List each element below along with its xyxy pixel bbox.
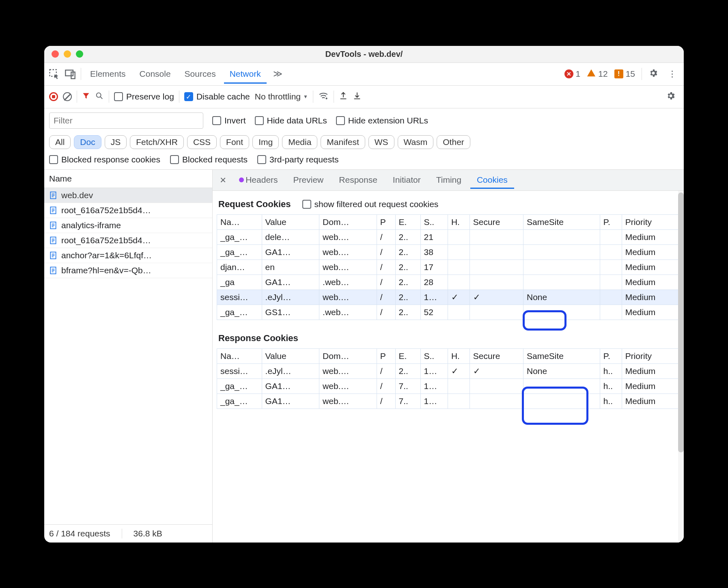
throttling-select[interactable]: No throttling ▼ — [255, 92, 308, 102]
request-item[interactable]: web.dev — [44, 188, 212, 203]
filter-3rd-party-requests[interactable]: 3rd-party requests — [257, 155, 338, 164]
table-cell: web.… — [319, 244, 377, 259]
detail-tab-response[interactable]: Response — [332, 171, 384, 189]
network-conditions-icon[interactable] — [318, 91, 329, 103]
column-header[interactable]: P — [377, 214, 395, 229]
pill-fetch-xhr[interactable]: Fetch/XHR — [130, 135, 184, 149]
table-cell: .web… — [319, 305, 377, 320]
table-row[interactable]: _ga_…GS1….web…/2..52Medium — [217, 305, 682, 320]
column-header[interactable]: SameSite — [523, 348, 600, 363]
detail-tab-cookies[interactable]: Cookies — [470, 171, 514, 189]
request-cookies-table: Na…ValueDom…PE.S..H.SecureSameSiteP.Prio… — [217, 214, 682, 320]
preserve-log-checkbox[interactable]: Preserve log — [114, 92, 174, 102]
filter-toggle-icon[interactable] — [82, 92, 90, 102]
detail-tab-initiator[interactable]: Initiator — [386, 171, 427, 189]
filter-input[interactable] — [49, 112, 203, 129]
table-cell — [600, 290, 622, 305]
column-header[interactable]: S.. — [420, 348, 448, 363]
request-item[interactable]: root_616a752e1b5d4… — [44, 233, 212, 248]
tab-sources[interactable]: Sources — [179, 64, 222, 84]
pill-all[interactable]: All — [49, 135, 71, 149]
table-row[interactable]: djan…enweb.…/2..17Medium — [217, 259, 682, 275]
request-item[interactable]: analytics-iframe — [44, 218, 212, 233]
column-header[interactable]: Value — [262, 348, 319, 363]
settings-icon[interactable] — [645, 68, 661, 80]
table-row[interactable]: _ga_…dele…web.…/2..21Medium — [217, 229, 682, 244]
upload-har-icon[interactable] — [339, 91, 348, 102]
issues-badge[interactable]: ! 15 — [614, 69, 635, 79]
search-icon[interactable] — [95, 91, 104, 102]
checkbox-icon — [336, 116, 345, 125]
close-icon[interactable]: × — [216, 174, 230, 186]
column-header[interactable]: E. — [395, 214, 420, 229]
kebab-menu-icon[interactable]: ⋮ — [665, 69, 680, 79]
show-filtered-checkbox[interactable]: show filtered out request cookies — [302, 199, 439, 209]
column-header[interactable]: Priority — [622, 214, 682, 229]
column-header[interactable]: Dom… — [319, 348, 377, 363]
detail-tab-timing[interactable]: Timing — [430, 171, 468, 189]
column-header[interactable]: P. — [600, 348, 622, 363]
detail-tab-headers[interactable]: Headers — [233, 171, 284, 189]
pill-wasm[interactable]: Wasm — [398, 135, 434, 149]
column-header[interactable]: Secure — [470, 348, 523, 363]
pill-doc[interactable]: Doc — [74, 135, 101, 149]
table-row[interactable]: _ga_…GA1…web.…/7..1…h..Medium — [217, 393, 682, 409]
column-header[interactable]: Value — [262, 214, 319, 229]
hide-data-urls-checkbox[interactable]: Hide data URLs — [255, 116, 327, 125]
request-item[interactable]: root_616a752e1b5d4… — [44, 203, 212, 218]
pill-media[interactable]: Media — [282, 135, 317, 149]
column-header[interactable]: Dom… — [319, 214, 377, 229]
request-item[interactable]: bframe?hl=en&v=-Qb… — [44, 263, 212, 278]
table-row[interactable]: _ga_…GA1…web.…/7..1…h..Medium — [217, 378, 682, 393]
column-header[interactable]: H. — [448, 348, 470, 363]
network-settings-icon[interactable] — [663, 91, 679, 103]
column-header[interactable]: SameSite — [523, 214, 600, 229]
pill-font[interactable]: Font — [220, 135, 249, 149]
column-header[interactable]: E. — [395, 348, 420, 363]
inspect-element-icon[interactable] — [48, 68, 60, 80]
table-row[interactable]: sessi….eJyl…web.…/2..1…✓✓NoneMedium — [217, 290, 682, 305]
filter-blocked-response-cookies[interactable]: Blocked response cookies — [49, 155, 160, 164]
scrollbar-thumb[interactable] — [678, 192, 684, 452]
pill-js[interactable]: JS — [105, 135, 127, 149]
table-cell — [448, 378, 470, 393]
column-header[interactable]: P. — [600, 214, 622, 229]
tab-elements[interactable]: Elements — [84, 64, 131, 84]
pill-img[interactable]: Img — [252, 135, 279, 149]
invert-checkbox[interactable]: Invert — [212, 116, 246, 125]
errors-badge[interactable]: ✕ 1 — [564, 69, 581, 79]
column-header[interactable]: P — [377, 348, 395, 363]
pill-manifest[interactable]: Manifest — [321, 135, 365, 149]
device-toggle-icon[interactable] — [65, 68, 76, 80]
column-header[interactable]: Na… — [217, 214, 262, 229]
table-cell: sessi… — [217, 290, 262, 305]
request-list-panel: Name web.devroot_616a752e1b5d4…analytics… — [44, 170, 213, 543]
download-har-icon[interactable] — [353, 91, 362, 102]
more-tabs-icon[interactable]: ≫ — [270, 69, 286, 79]
table-row[interactable]: sessi….eJyl…web.…/2..1…✓✓Noneh..Medium — [217, 363, 682, 378]
checkbox-icon — [302, 200, 311, 209]
pill-css[interactable]: CSS — [187, 135, 217, 149]
filter-blocked-requests[interactable]: Blocked requests — [170, 155, 248, 164]
table-row[interactable]: _ga_…GA1…web.…/2..38Medium — [217, 244, 682, 259]
column-header[interactable]: Na… — [217, 348, 262, 363]
name-column-header[interactable]: Name — [44, 170, 212, 188]
tab-console[interactable]: Console — [134, 64, 177, 84]
table-row[interactable]: _gaGA1….web…/2..28Medium — [217, 275, 682, 290]
hide-extension-urls-checkbox[interactable]: Hide extension URLs — [336, 116, 428, 125]
clear-button[interactable] — [63, 92, 72, 101]
pill-ws[interactable]: WS — [368, 135, 394, 149]
divider — [642, 68, 642, 80]
request-item[interactable]: anchor?ar=1&k=6Lfqf… — [44, 248, 212, 263]
tab-network[interactable]: Network — [224, 64, 267, 84]
detail-tab-preview[interactable]: Preview — [287, 171, 330, 189]
warnings-badge[interactable]: 12 — [587, 69, 607, 80]
pill-other[interactable]: Other — [437, 135, 470, 149]
column-header[interactable]: S.. — [420, 214, 448, 229]
column-header[interactable]: H. — [448, 214, 470, 229]
devtools-window: DevTools - web.dev/ ElementsConsoleSourc… — [44, 46, 684, 543]
record-button[interactable] — [49, 92, 58, 101]
column-header[interactable]: Secure — [470, 214, 523, 229]
disable-cache-checkbox[interactable]: ✓ Disable cache — [184, 92, 250, 102]
column-header[interactable]: Priority — [622, 348, 682, 363]
